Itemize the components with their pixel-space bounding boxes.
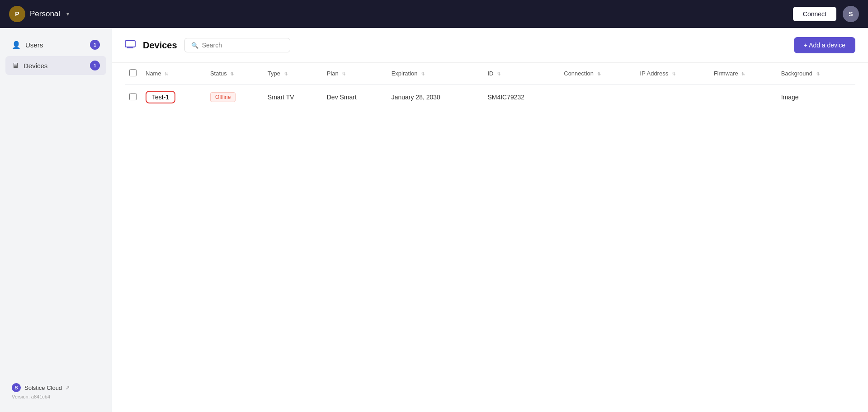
devices-table-container: Name ⇅ Status ⇅ Type ⇅ Plan (112, 63, 868, 412)
solstice-brand-label: Solstice Cloud (24, 384, 62, 391)
sidebar: 👤 Users 1 🖥 Devices 1 S Solstice Cloud ↗… (0, 28, 112, 412)
workspace-chevron-icon[interactable]: ▾ (66, 11, 69, 17)
device-type-cell: Smart TV (263, 84, 322, 110)
id-sort-icon: ⇅ (497, 71, 500, 76)
device-ip-cell (636, 84, 709, 110)
sidebar-users-label: Users (25, 41, 43, 49)
col-header-connection[interactable]: Connection ⇅ (559, 63, 635, 84)
row-select-checkbox[interactable] (129, 93, 137, 100)
sidebar-devices-label: Devices (24, 62, 47, 70)
workspace-avatar[interactable]: P (9, 6, 25, 22)
ip-sort-icon: ⇅ (672, 71, 675, 76)
sidebar-item-users[interactable]: 👤 Users 1 (5, 35, 106, 54)
user-avatar[interactable]: S (843, 6, 859, 22)
col-header-expiration[interactable]: Expiration ⇅ (387, 63, 483, 84)
device-name[interactable]: Test-1 (146, 91, 175, 103)
svg-rect-0 (125, 41, 135, 47)
col-header-ip[interactable]: IP Address ⇅ (636, 63, 709, 84)
users-badge: 1 (90, 40, 100, 50)
col-header-status[interactable]: Status ⇅ (206, 63, 263, 84)
row-checkbox-cell[interactable] (125, 84, 141, 110)
background-sort-icon: ⇅ (816, 71, 820, 76)
top-nav: P Personal ▾ Connect S (0, 0, 868, 28)
device-background-cell: Image (777, 84, 855, 110)
device-plan-cell: Dev Smart (322, 84, 387, 110)
name-sort-icon: ⇅ (165, 71, 168, 76)
top-nav-left: P Personal ▾ (9, 6, 69, 22)
device-expiration-cell: January 28, 2030 (387, 84, 483, 110)
solstice-cloud-link[interactable]: S Solstice Cloud ↗ (12, 383, 100, 392)
col-header-plan[interactable]: Plan ⇅ (322, 63, 387, 84)
select-all-checkbox[interactable] (129, 69, 137, 76)
status-badge: Offline (210, 92, 236, 102)
plan-sort-icon: ⇅ (342, 71, 345, 76)
sidebar-footer: S Solstice Cloud ↗ Version: a841cb4 (5, 378, 106, 405)
type-sort-icon: ⇅ (284, 71, 288, 76)
sidebar-item-devices[interactable]: 🖥 Devices 1 (5, 56, 106, 75)
monitor-icon: 🖥 (12, 61, 19, 70)
devices-badge: 1 (90, 61, 100, 70)
search-input[interactable] (202, 42, 283, 49)
firmware-sort-icon: ⇅ (741, 71, 745, 76)
device-name-cell[interactable]: Test-1 (141, 84, 206, 110)
select-all-header[interactable] (125, 63, 141, 84)
add-device-button[interactable]: + Add a device (794, 37, 855, 53)
content-header: Devices 🔍 + Add a device (112, 28, 868, 63)
workspace-name[interactable]: Personal (30, 9, 60, 19)
col-header-id[interactable]: ID ⇅ (483, 63, 559, 84)
external-link-icon: ↗ (66, 385, 70, 391)
col-header-name[interactable]: Name ⇅ (141, 63, 206, 84)
connect-button[interactable]: Connect (793, 7, 836, 21)
page-title: Devices (143, 40, 177, 51)
solstice-logo: S (12, 383, 21, 392)
search-box: 🔍 (184, 38, 290, 52)
top-nav-right: Connect S (793, 6, 859, 22)
devices-table: Name ⇅ Status ⇅ Type ⇅ Plan (125, 63, 855, 110)
connection-sort-icon: ⇅ (597, 71, 601, 76)
person-icon: 👤 (12, 41, 21, 49)
main-layout: 👤 Users 1 🖥 Devices 1 S Solstice Cloud ↗… (0, 28, 868, 412)
search-icon: 🔍 (191, 42, 198, 49)
col-header-background[interactable]: Background ⇅ (777, 63, 855, 84)
col-header-firmware[interactable]: Firmware ⇅ (709, 63, 777, 84)
device-firmware-cell (709, 84, 777, 110)
device-status-cell: Offline (206, 84, 263, 110)
device-connection-cell (559, 84, 635, 110)
status-sort-icon: ⇅ (230, 71, 234, 76)
table-row: Test-1 Offline Smart TV Dev Smart Januar… (125, 84, 855, 110)
devices-header-icon (125, 40, 136, 51)
content-area: Devices 🔍 + Add a device Name (112, 28, 868, 412)
device-id-cell: SM4IC79232 (483, 84, 559, 110)
col-header-type[interactable]: Type ⇅ (263, 63, 322, 84)
table-header-row: Name ⇅ Status ⇅ Type ⇅ Plan (125, 63, 855, 84)
version-text: Version: a841cb4 (12, 394, 100, 399)
expiration-sort-icon: ⇅ (421, 71, 425, 76)
